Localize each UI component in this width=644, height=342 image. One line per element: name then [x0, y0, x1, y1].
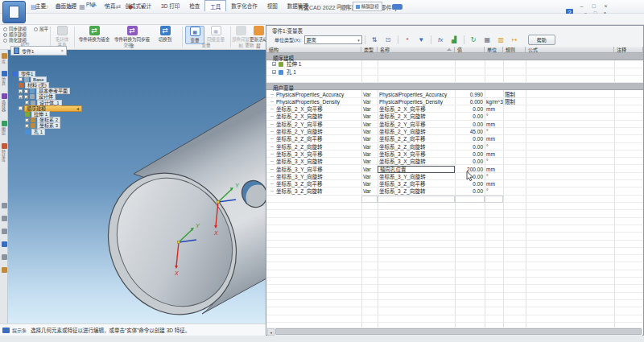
radio-展平[interactable]: 展平 — [34, 26, 48, 32]
exchange-button-3[interactable]: ⇄切换到 — [153, 26, 177, 43]
column-header-结构[interactable]: 结构 — [266, 47, 361, 53]
tab-3D 打印[interactable]: 3D 打印 — [156, 0, 184, 11]
column-header-值[interactable]: 值 — [455, 47, 485, 53]
tree-item-孔 1[interactable]: 孔 1 — [25, 129, 45, 134]
expand-icon[interactable]: + — [272, 70, 276, 74]
strip-tab-特征库[interactable]: 特征库 — [1, 143, 7, 162]
cell-name[interactable]: 坐标系_3_Y_向旋转 — [378, 173, 455, 180]
expand-icon[interactable]: + — [272, 62, 276, 66]
table-row[interactable]: 坐标系_2_X_向旋转Var坐标系_2_X_向旋转0.00° — [266, 113, 643, 120]
formula-button[interactable]: fx — [435, 35, 447, 45]
sphere-icon[interactable]: ● — [386, 4, 389, 10]
table-row[interactable]: 坐标系_2_Y_向平移Var坐标系_2_Y_向平移0.00mm — [266, 121, 643, 128]
edit-formula-button[interactable]: ▟ — [448, 35, 460, 45]
cell-name[interactable]: 坐标系_3_Z_向平移 — [378, 180, 455, 187]
goto-variable-button[interactable]: * — [402, 35, 414, 45]
expand-icon[interactable]: + — [19, 95, 23, 99]
cell-value[interactable]: 0.000 — [455, 98, 485, 105]
new-entry-cell[interactable] — [485, 196, 503, 203]
cell-name[interactable]: 坐标系_2_Z_向平移 — [378, 135, 455, 142]
cell-name[interactable]: 坐标系_2_X_向平移 — [378, 105, 455, 113]
tab-检查[interactable]: 检查 — [184, 0, 204, 11]
cell-value[interactable]: 0.00 — [455, 121, 485, 128]
table-row[interactable]: +孔 1 — [266, 68, 643, 76]
cell-value[interactable]: 0.00 — [455, 150, 485, 158]
column-header-单位[interactable]: 单位 — [485, 47, 503, 53]
table-row[interactable]: +拉伸 1 — [266, 60, 643, 68]
cell-value[interactable]: 0.00 — [455, 187, 485, 195]
table-row[interactable]: 坐标系_2_Z_向旋转Var坐标系_2_Z_向旋转0.00° — [266, 143, 643, 150]
strip-tool-icon-1[interactable] — [1, 203, 7, 208]
tab-创成式设计[interactable]: 创成式设计 — [121, 0, 157, 11]
cell-name[interactable]: 坐标系_3_Z_向旋转 — [378, 187, 455, 195]
table-row[interactable]: 坐标系_2_Y_向旋转Var坐标系_2_Y_向旋转45.00° — [266, 128, 643, 135]
swap-view-icon[interactable]: ⇄ — [345, 3, 349, 10]
strip-tool-icon-6[interactable] — [1, 267, 7, 273]
strip-tab-库[interactable]: 库 — [1, 53, 7, 64]
strip-tab-仿真[interactable]: 仿真 — [1, 71, 7, 85]
table-row[interactable] — [266, 196, 643, 203]
refresh-button[interactable]: ↻ — [468, 35, 480, 45]
exchange-button-1[interactable]: ⇄零件转换为钣金 — [77, 26, 111, 43]
tab-数据管理[interactable]: 数据管理 — [283, 0, 313, 11]
cell-name[interactable]: 坐标系_2_Y_向平移 — [378, 121, 455, 128]
table-row[interactable]: 坐标系_3_Z_向旋转Var坐标系_3_Z_向旋转0.00° — [266, 187, 643, 195]
view-pill-icon[interactable] — [392, 4, 402, 10]
cell-name[interactable]: 坐标系_3_X_向旋转 — [378, 158, 455, 165]
filter-button[interactable]: ▼ — [415, 35, 427, 45]
checkbox-checked[interactable]: ✓ — [25, 124, 29, 128]
tree-item-顺序建模[interactable]: -顺序建模◄ — [19, 105, 82, 111]
cell-value[interactable]: 0.00 — [455, 113, 485, 120]
column-header-规则[interactable]: 规则 — [503, 47, 526, 53]
cell-value[interactable]: 45.00 — [455, 128, 485, 135]
checkbox-checked[interactable]: ✓ — [24, 95, 28, 99]
copy-to-library-button[interactable]: ⊡ — [382, 35, 394, 45]
tab-主要[interactable]: 主要 — [31, 0, 51, 11]
print-button[interactable]: ▦ — [481, 35, 493, 45]
strip-tool-icon-2[interactable] — [1, 216, 7, 221]
expand-icon[interactable]: + — [19, 89, 23, 93]
strip-tool-icon-3[interactable] — [1, 229, 7, 234]
name-edit-input[interactable]: 轴向孔位置 — [378, 166, 455, 173]
strip-tab-选择器[interactable]: 选择器 — [1, 93, 7, 112]
group-row[interactable]: 顺序建模 — [266, 53, 643, 60]
tab-视图[interactable]: 视图 — [262, 0, 283, 11]
cell-value[interactable]: 0.990 — [455, 91, 485, 98]
checkbox-checked[interactable]: ✓ — [25, 101, 29, 105]
table-row[interactable]: PhysicalProperties_AccuracyVarPhysicalPr… — [266, 91, 643, 98]
scroll-left-icon[interactable]: ◂ — [267, 328, 275, 336]
tab-仿真[interactable]: 仿真 — [101, 0, 121, 11]
collapse-arrow-icon[interactable]: ◄ — [76, 106, 80, 111]
cell-value[interactable]: 0.00 — [455, 158, 485, 165]
strip-tool-icon-5[interactable] — [1, 254, 7, 260]
export-button[interactable]: ↦ — [509, 35, 521, 45]
precision-modeling-button[interactable]: 精确建模 — [353, 2, 382, 11]
cell-name[interactable]: 坐标系_2_Z_向旋转 — [378, 143, 455, 150]
cell-name[interactable]: 坐标系_2_Y_向旋转 — [378, 128, 455, 135]
cell-name[interactable]: 坐标系_2_X_向旋转 — [378, 113, 455, 120]
column-header-名称[interactable]: 名称 — [378, 47, 455, 53]
new-entry-cell[interactable] — [361, 196, 378, 203]
minimize-button[interactable]: – — [576, 2, 587, 10]
strip-tool-icon-4[interactable] — [1, 241, 7, 247]
checkbox-checked[interactable]: ✓ — [25, 118, 29, 122]
cell-value[interactable]: 0.00 — [455, 143, 485, 150]
table-row[interactable]: 坐标系_3_X_向平移Var坐标系_3_X_向平移0.00mm — [266, 150, 643, 158]
pathfinder-tab[interactable]: 零件1 × — [10, 46, 67, 56]
cell-name[interactable]: 坐标系_3_X_向平移 — [378, 150, 455, 158]
help-button[interactable]: 帮助 — [528, 35, 555, 45]
cell-name[interactable]: PhysicalProperties_Accuracy — [378, 91, 455, 98]
new-entry-cell[interactable] — [455, 196, 485, 203]
checkbox-unchecked[interactable] — [19, 77, 23, 81]
table-row[interactable]: 坐标系_2_Z_向平移Var坐标系_2_Z_向平移0.00mm — [266, 135, 643, 142]
horizontal-scrollbar[interactable]: ◂ — [267, 328, 642, 336]
group-row[interactable]: 用户变量 — [266, 83, 643, 90]
checkbox-unchecked[interactable] — [24, 89, 28, 93]
application-button[interactable] — [2, 1, 26, 23]
strip-tab-图层[interactable]: 图层 — [1, 121, 7, 135]
sort-button[interactable]: ⇅ — [369, 35, 381, 45]
column-header-类型[interactable]: 类型 — [361, 47, 378, 53]
column-header-注释[interactable]: 注释 — [614, 47, 643, 53]
window-layout-icon[interactable]: ⊞ — [336, 3, 341, 10]
unit-type-select[interactable]: 距离 ▾ — [304, 35, 362, 44]
